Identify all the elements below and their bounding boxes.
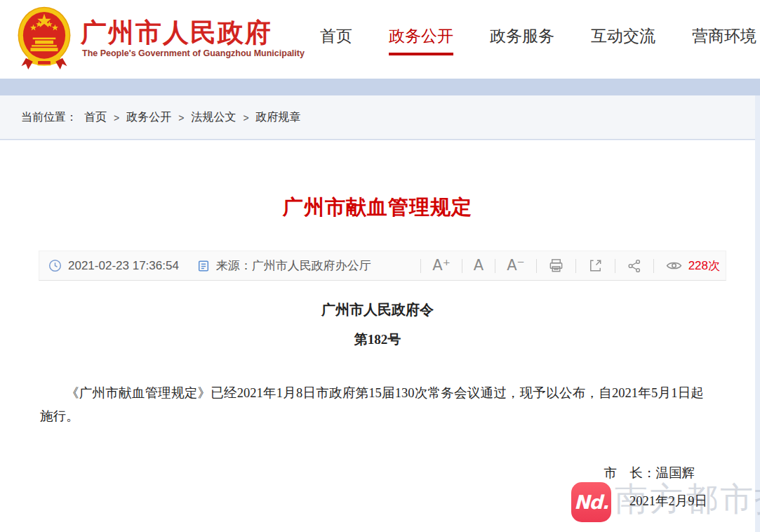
nav-item-interaction[interactable]: 互动交流	[591, 25, 655, 47]
source-value: 广州市人民政府办公厅	[252, 258, 371, 274]
site-header: 广州市人民政府 The People's Government of Guang…	[0, 0, 760, 79]
publish-datetime: 2021-02-23 17:36:54	[68, 259, 179, 273]
print-icon[interactable]	[548, 258, 564, 274]
share-icon[interactable]	[627, 258, 642, 274]
divider	[536, 259, 537, 273]
divider	[495, 259, 495, 273]
article-meta-left: 2021-02-23 17:36:54 来源： 广州市人民政府办公厅	[48, 258, 371, 274]
decree-paragraph: 《广州市献血管理规定》已经2021年1月8日市政府第15届130次常务会议通过，…	[40, 382, 704, 428]
font-increase-button[interactable]: A⁺	[432, 258, 450, 273]
divider	[420, 259, 421, 273]
breadcrumb-item-home[interactable]: 首页	[84, 110, 107, 125]
decree-heading: 广州市人民政府令	[0, 300, 755, 319]
signature-date: 2021年2月9日	[0, 492, 755, 510]
nav-item-business-env[interactable]: 营商环境	[692, 25, 756, 47]
views-eye-icon	[665, 257, 683, 274]
divider	[575, 259, 576, 273]
news-watermark-logo-text: Nd.	[574, 491, 608, 513]
divider	[462, 259, 462, 273]
export-icon[interactable]	[587, 258, 604, 274]
news-watermark-logo: Nd.	[571, 482, 611, 522]
breadcrumb-item-gov-disclosure[interactable]: 政务公开	[126, 110, 171, 125]
source-label: 来源：	[216, 258, 252, 274]
clock-icon	[48, 259, 62, 272]
article-meta-bar: 2021-02-23 17:36:54 来源： 广州市人民政府办公厅 A⁺ A …	[39, 251, 726, 281]
divider	[653, 259, 654, 273]
site-subtitle: The People's Government of Guangzhou Mun…	[82, 48, 305, 58]
decree-number: 第182号	[0, 331, 755, 349]
views-counter: 228次	[665, 257, 720, 274]
font-decrease-button[interactable]: A⁻	[507, 258, 524, 273]
article-meta-tools: A⁺ A A⁻	[409, 257, 720, 274]
nav-item-gov-disclosure[interactable]: 政务公开	[389, 25, 453, 47]
divider	[615, 259, 615, 273]
breadcrumb-bar: 当前位置： 首页 > 政务公开 > 法规公文 > 政府规章	[0, 95, 755, 140]
font-reset-button[interactable]: A	[474, 258, 484, 273]
national-emblem-logo[interactable]	[15, 6, 73, 73]
breadcrumb-separator: >	[243, 112, 248, 124]
breadcrumb-label: 当前位置：	[21, 110, 77, 125]
site-title: 广州市人民政府	[81, 15, 272, 51]
breadcrumb-item-regulations[interactable]: 法规公文	[191, 110, 236, 125]
header-divider-band	[0, 79, 760, 95]
nav-item-home[interactable]: 首页	[320, 25, 352, 47]
views-count: 228次	[688, 258, 720, 274]
breadcrumb-separator: >	[178, 112, 184, 124]
article-title: 广州市献血管理规定	[0, 194, 755, 222]
main-nav: 首页 政务公开 政务服务 互动交流 营商环境	[320, 25, 756, 47]
breadcrumb: 当前位置： 首页 > 政务公开 > 法规公文 > 政府规章	[21, 110, 301, 125]
nav-item-gov-services[interactable]: 政务服务	[490, 25, 554, 47]
breadcrumb-item-gov-rules[interactable]: 政府规章	[256, 110, 301, 125]
article-content: 广州市献血管理规定 2021-02-23 17:36:54 来源： 广州市人民政…	[0, 140, 755, 532]
source-doc-icon	[197, 260, 210, 272]
breadcrumb-separator: >	[114, 112, 119, 124]
